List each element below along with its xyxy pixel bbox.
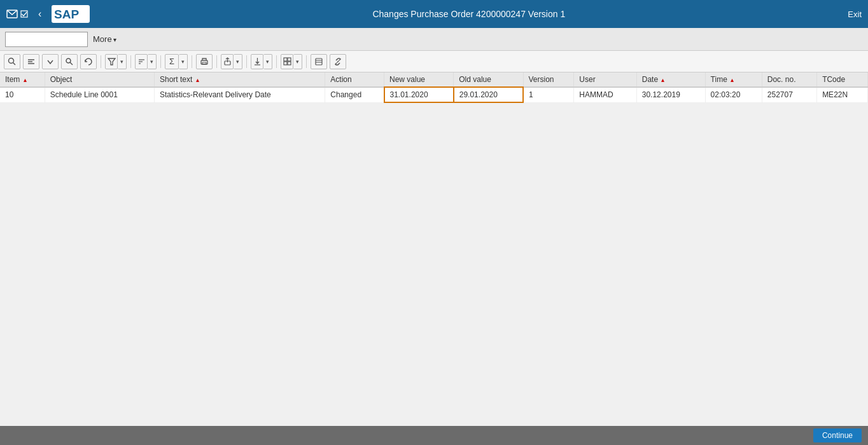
- cell-user: HAMMAD: [574, 87, 636, 102]
- grid-button[interactable]: [281, 54, 293, 69]
- print-icon: [200, 57, 209, 66]
- col-header-short-text[interactable]: Short text ▴: [155, 72, 325, 87]
- find-icon: [8, 57, 17, 66]
- top-bar-left: ‹ SAP: [6, 5, 90, 23]
- separator-6: [246, 55, 247, 68]
- more-chevron-icon: [113, 34, 116, 44]
- date-sort-icon: ▴: [661, 76, 664, 83]
- sap-logo: SAP: [52, 5, 90, 23]
- refresh-button[interactable]: [80, 54, 97, 69]
- col-header-doc-no[interactable]: Doc. no.: [762, 72, 816, 87]
- item-sort-icon: ▴: [24, 76, 27, 83]
- svg-marker-11: [108, 58, 115, 65]
- download-icon: [253, 57, 262, 65]
- col-header-version[interactable]: Version: [523, 72, 574, 87]
- align-left-icon: [27, 57, 36, 66]
- export-chevron-icon: ▾: [236, 58, 239, 65]
- separator-4: [192, 55, 192, 68]
- svg-rect-25: [316, 58, 322, 65]
- download-button[interactable]: [251, 54, 263, 69]
- grid-chevron-icon: ▾: [296, 58, 299, 65]
- table-header-row: Item ▴ Object Short text ▴ Action New va…: [0, 72, 868, 87]
- filter-button[interactable]: [105, 54, 118, 69]
- link-button[interactable]: [330, 54, 346, 69]
- svg-rect-16: [202, 62, 206, 64]
- search-button[interactable]: [61, 54, 78, 69]
- filter-chevron-icon: ▾: [120, 58, 123, 65]
- export-group: ▾: [221, 54, 242, 69]
- cell-time: 02:03:20: [705, 87, 762, 102]
- sort-chevron-icon: ▾: [150, 58, 153, 65]
- filter-icon: [108, 57, 116, 65]
- sum-button[interactable]: Σ: [165, 54, 179, 69]
- mail-checkbox-icon: [20, 10, 28, 18]
- scroll-down-button[interactable]: [42, 54, 59, 69]
- bottom-bar: Continue: [0, 426, 868, 445]
- filter-group: ▾: [105, 54, 127, 69]
- toolbar: ▾ ▾ Σ ▾: [0, 51, 868, 72]
- col-header-time[interactable]: Time ▴: [705, 72, 762, 87]
- cell-short_text: Statistics-Relevant Delivery Date: [155, 87, 325, 102]
- svg-text:SAP: SAP: [54, 8, 79, 21]
- cell-action: Changed: [325, 87, 384, 102]
- cell-tcode: ME22N: [817, 87, 868, 102]
- export-dropdown-button[interactable]: ▾: [234, 54, 242, 69]
- search-input[interactable]: [5, 32, 88, 47]
- detail-view-button[interactable]: [311, 54, 327, 69]
- cell-old_value: 29.01.2020: [454, 87, 523, 102]
- filter-dropdown-button[interactable]: ▾: [118, 54, 127, 69]
- svg-rect-23: [284, 62, 287, 65]
- mail-icons: [6, 10, 28, 18]
- svg-line-28: [337, 60, 339, 62]
- separator-8: [306, 55, 307, 68]
- svg-line-10: [70, 62, 73, 65]
- more-button[interactable]: More: [93, 34, 116, 44]
- find-button[interactable]: [4, 54, 20, 69]
- print-button[interactable]: [196, 54, 213, 69]
- separator-5: [216, 55, 217, 68]
- svg-line-5: [13, 62, 16, 65]
- cell-item: 10: [0, 87, 45, 102]
- download-dropdown-button[interactable]: ▾: [263, 54, 272, 69]
- main-content: Item ▴ Object Short text ▴ Action New va…: [0, 72, 868, 426]
- search-icon: [65, 57, 74, 66]
- table-row[interactable]: 10Schedule Line 0001Statistics-Relevant …: [0, 87, 868, 102]
- link-icon: [333, 57, 342, 66]
- exit-button[interactable]: Exit: [848, 10, 862, 19]
- changes-table: Item ▴ Object Short text ▴ Action New va…: [0, 72, 868, 103]
- separator-2: [130, 55, 131, 68]
- export-icon: [223, 57, 232, 65]
- grid-icon: [283, 57, 291, 65]
- sort-icon: [137, 57, 146, 65]
- mail-icon: [6, 10, 18, 18]
- align-left-button[interactable]: [23, 54, 39, 69]
- svg-point-4: [9, 58, 14, 63]
- col-header-date[interactable]: Date ▴: [636, 72, 705, 87]
- back-button[interactable]: ‹: [33, 8, 46, 20]
- col-header-item[interactable]: Item ▴: [0, 72, 45, 87]
- cell-version: 1: [523, 87, 574, 102]
- continue-button[interactable]: Continue: [813, 428, 862, 442]
- sum-chevron-icon: ▾: [181, 58, 185, 65]
- col-header-object[interactable]: Object: [45, 72, 154, 87]
- svg-point-9: [66, 58, 71, 63]
- sort-button[interactable]: [135, 54, 148, 69]
- separator-3: [160, 55, 161, 68]
- refresh-icon: [84, 57, 93, 66]
- export-button[interactable]: [221, 54, 234, 69]
- sort-dropdown-button[interactable]: ▾: [148, 54, 157, 69]
- col-header-tcode[interactable]: TCode: [817, 72, 868, 87]
- svg-rect-21: [284, 58, 287, 61]
- second-bar: More: [0, 28, 868, 51]
- sum-group: Σ ▾: [165, 54, 188, 69]
- scroll-down-icon: [46, 57, 55, 66]
- grid-dropdown-button[interactable]: ▾: [293, 54, 302, 69]
- sum-dropdown-button[interactable]: ▾: [179, 54, 188, 69]
- col-header-old-value[interactable]: Old value: [454, 72, 523, 87]
- grid-group: ▾: [281, 54, 302, 69]
- col-header-new-value[interactable]: New value: [384, 72, 454, 87]
- col-header-user[interactable]: User: [574, 72, 636, 87]
- cell-date: 30.12.2019: [636, 87, 705, 102]
- col-header-action[interactable]: Action: [325, 72, 384, 87]
- svg-rect-24: [288, 62, 291, 65]
